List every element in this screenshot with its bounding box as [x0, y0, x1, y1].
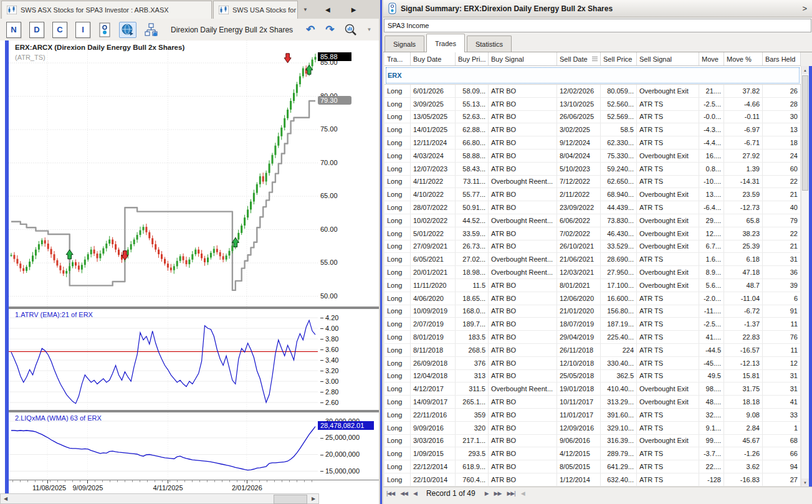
- table-row[interactable]: Long1/09/2015293.5ATR BO4/12/2015289.79.…: [385, 447, 801, 460]
- scroll-down-icon[interactable]: ▼: [801, 478, 809, 487]
- column-header-sell-price[interactable]: Sell Price: [601, 52, 637, 65]
- next-page-icon[interactable]: ▶▶: [494, 490, 502, 497]
- first-record-icon[interactable]: |◀◀: [386, 490, 394, 497]
- table-row[interactable]: Long12/11/202466.80...ATR BO9/12/202462.…: [385, 136, 801, 150]
- zoom-tool-button[interactable]: [344, 23, 358, 37]
- column-header-bars-held[interactable]: Bars Held: [763, 52, 801, 65]
- cell: 3/03/2016: [411, 435, 456, 447]
- cell: Long: [385, 253, 411, 265]
- collapse-chevron-icon[interactable]: >: [802, 4, 807, 13]
- info-button[interactable]: I: [75, 22, 90, 38]
- table-row[interactable]: Long13/05/202552.63...ATR BO26/06/202552…: [385, 111, 801, 124]
- liquidity-chart-canvas[interactable]: [9, 412, 318, 480]
- table-row[interactable]: Long5/01/202233.59...ATR BO7/02/202246.4…: [385, 227, 801, 240]
- cell: Long: [385, 227, 411, 240]
- table-row[interactable]: Long3/09/202555.13...ATR BO13/10/202552.…: [385, 98, 801, 111]
- group-row-erx[interactable]: ERX: [385, 66, 801, 85]
- cell: ATR TS: [637, 305, 699, 318]
- table-row[interactable]: Long2/07/2019189.7...ATR BO18/07/2019187…: [385, 318, 801, 331]
- table-row[interactable]: Long10/09/2019168.0...ATR BO21/01/202015…: [385, 305, 801, 318]
- table-row[interactable]: Long12/04/2018313ATR BO25/05/2018362.5AT…: [385, 370, 801, 383]
- column-header-buy-date[interactable]: Buy Date: [411, 52, 456, 65]
- table-row[interactable]: Long26/09/2018376ATR BO12/10/2018330.40.…: [385, 357, 801, 370]
- minor-tick: [170, 480, 170, 482]
- table-row[interactable]: Long11/11/202011.5ATR BO8/01/202117.100.…: [385, 279, 801, 292]
- window-splitter[interactable]: [379, 0, 383, 504]
- table-row[interactable]: Long10/02/202244.52...Overbought Reent..…: [385, 214, 801, 227]
- table-row[interactable]: Long12/07/202358.43...ATR BO5/10/202359.…: [385, 163, 801, 176]
- column-header-tra[interactable]: Tra...: [385, 52, 411, 65]
- table-row[interactable]: Long4/06/202018.65...ATR BO12/06/202016.…: [385, 292, 801, 305]
- sort-descending-icon[interactable]: [592, 57, 598, 61]
- table-row[interactable]: Long9/09/2016320ATR BO12/09/2016329.10..…: [385, 422, 801, 435]
- cell: 55.77...: [456, 188, 489, 201]
- chart-horizontal-scrollbar[interactable]: ◀ ▶: [0, 493, 319, 504]
- table-row[interactable]: Long3/03/2016217.1...ATR BO9/06/2016316.…: [385, 435, 801, 448]
- price-chart-canvas[interactable]: [9, 40, 318, 307]
- table-row[interactable]: Long4/03/202458.88...ATR BO8/04/202475.3…: [385, 150, 801, 163]
- column-header-sell-signal[interactable]: Sell Signal: [637, 52, 699, 65]
- table-row[interactable]: Long14/01/202562.88...ATR BO3/02/202558.…: [385, 123, 801, 136]
- atr-pane[interactable]: 1.ATRV (EMA):21 of ERX 4.204.003.803.603…: [9, 309, 379, 410]
- signal-summary-panel: Signal Summary: ERX:Direxion Daily Energ…: [383, 0, 812, 504]
- scrollbar-thumb[interactable]: [802, 75, 808, 191]
- tab-scroll-left-icon[interactable]: ◀: [319, 4, 337, 16]
- table-row[interactable]: Long14/09/2017265.1...ATR BO10/11/201731…: [385, 396, 801, 409]
- table-row[interactable]: Long28/07/202250.91...ATR BO23/09/202244…: [385, 201, 801, 214]
- scroll-up-icon[interactable]: ▲: [801, 66, 809, 74]
- world-markets-button[interactable]: [119, 22, 136, 38]
- last-record-icon[interactable]: ▶▶|: [507, 490, 515, 497]
- column-header-buy-signal[interactable]: Buy Signal: [489, 52, 557, 65]
- zoom-dropdown-icon[interactable]: ▼: [367, 27, 372, 32]
- tab-trades[interactable]: Trades: [426, 34, 465, 52]
- date-tick-label: 4/11/2025: [153, 484, 183, 492]
- liquidity-pane[interactable]: 2.LIQxMA (WMA) 63 of ERX 30,000,00025,00…: [9, 412, 379, 480]
- redo-icon[interactable]: ↷: [324, 23, 335, 36]
- column-header-move-%[interactable]: Move %: [724, 52, 763, 65]
- table-row[interactable]: Long4/10/202255.77...ATR BO2/11/202268.9…: [385, 188, 801, 201]
- table-row[interactable]: Long4/12/2017311.5Overbought Reent...19/…: [385, 383, 801, 396]
- tab-usa-stocks[interactable]: SWS USA Stocks for SPA3 Inv: [213, 1, 298, 19]
- scroll-right-icon[interactable]: ▶: [308, 494, 318, 503]
- next-record-icon[interactable]: ▶: [485, 490, 489, 497]
- undo-icon[interactable]: ↶: [305, 23, 316, 36]
- scroll-left-icon[interactable]: ◀: [1, 494, 11, 503]
- table-hscroll-left-icon[interactable]: ◀: [521, 490, 525, 497]
- tab-signals[interactable]: Signals: [385, 36, 424, 52]
- signals-tool-button[interactable]: [98, 22, 111, 37]
- tab-asx-stocks[interactable]: SWS ASX Stocks for SPA3 Investor : ARB.X…: [1, 1, 212, 19]
- system-selector[interactable]: SPA3 Income: [384, 19, 811, 32]
- table-row[interactable]: Long22/12/2014618.9...ATR BO8/05/2015641…: [385, 460, 801, 473]
- portfolio-structure-button[interactable]: [145, 23, 158, 37]
- cell: 313.29...: [601, 396, 637, 408]
- dividends-button[interactable]: D: [29, 22, 44, 38]
- scrollbar-thumb[interactable]: [274, 495, 307, 504]
- notes-button[interactable]: N: [6, 22, 21, 38]
- column-header-buy-pri[interactable]: Buy Pri...: [456, 52, 489, 65]
- tab-list-dropdown-icon[interactable]: ▼: [300, 4, 310, 15]
- cell: Overbought Exit: [637, 188, 699, 201]
- trades-table-header: Tra...Buy DateBuy Pri...Buy SignalSell D…: [385, 52, 801, 66]
- atr-chart-canvas[interactable]: [9, 309, 318, 410]
- cell: ATR TS: [637, 253, 699, 265]
- table-row[interactable]: Long8/01/2019183.5ATR BO29/04/2019225.40…: [385, 331, 801, 344]
- minor-tick: [42, 480, 43, 482]
- table-row[interactable]: Long20/01/202118.98...Overbought Reent..…: [385, 266, 801, 279]
- table-row[interactable]: Long22/10/2014760.4...ATR BO1/12/2014632…: [385, 473, 801, 487]
- tab-scroll-right-icon[interactable]: ▶: [345, 4, 363, 16]
- prev-page-icon[interactable]: ◀◀: [400, 490, 408, 497]
- table-row[interactable]: Long4/11/202273.11...Overbought Reent...…: [385, 176, 801, 189]
- signal-summary-titlebar[interactable]: Signal Summary: ERX:Direxion Daily Energ…: [383, 0, 812, 17]
- column-header-sell-date[interactable]: Sell Date: [557, 52, 601, 65]
- tab-statistics[interactable]: Statistics: [467, 36, 512, 52]
- prev-record-icon[interactable]: ◀: [413, 490, 417, 497]
- table-row[interactable]: Long22/11/2016359ATR BO11/01/2017391.60.…: [385, 409, 801, 422]
- company-button[interactable]: C: [52, 22, 67, 38]
- table-row[interactable]: Long8/11/2018268.5ATR BO26/11/2018224ATR…: [385, 344, 801, 357]
- table-vertical-scrollbar[interactable]: ▲ ▼: [801, 66, 809, 487]
- table-row[interactable]: Long27/09/202126.73...ATR BO26/10/202133…: [385, 240, 801, 254]
- column-header-move[interactable]: Move: [699, 52, 724, 65]
- table-row[interactable]: Long6/01/202658.09...ATR BO12/02/202680.…: [385, 85, 801, 98]
- price-pane[interactable]: ERX:ARCX (Direxion Daily Energy Bull 2x …: [9, 40, 379, 307]
- table-row[interactable]: Long6/05/202127.02...Overbought Reent...…: [385, 253, 801, 266]
